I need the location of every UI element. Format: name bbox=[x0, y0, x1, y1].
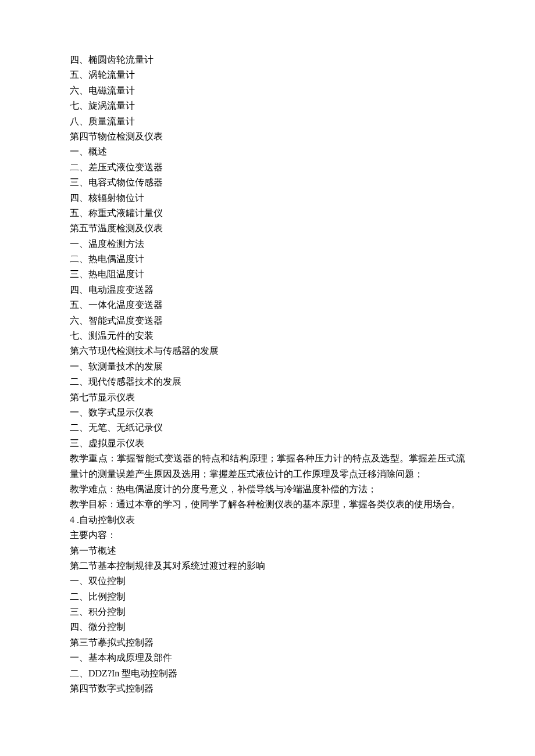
text-line: 六、电磁流量计 bbox=[70, 83, 465, 98]
text-line: 主要内容： bbox=[70, 528, 465, 543]
text-line: 三、虚拟显示仪表 bbox=[70, 436, 465, 451]
text-line: 四、椭圆齿轮流量计 bbox=[70, 52, 465, 67]
text-line: 第一节概述 bbox=[70, 543, 465, 558]
text-line: 一、软测量技术的发展 bbox=[70, 359, 465, 374]
text-line: 二、比例控制 bbox=[70, 589, 465, 604]
text-line: 三、热电阻温度计 bbox=[70, 267, 465, 282]
text-line: 四、电动温度变送器 bbox=[70, 282, 465, 298]
text-line: 二、无笔、无纸记录仪 bbox=[70, 420, 465, 435]
text-line: 第二节基本控制规律及其对系统过渡过程的影响 bbox=[70, 558, 465, 574]
text-line: 一、温度检测方法 bbox=[70, 237, 465, 252]
text-line: 三、积分控制 bbox=[70, 604, 465, 619]
text-line: 七、测温元件的安装 bbox=[70, 328, 465, 343]
text-line: 二、DDZ?In 型电动控制器 bbox=[70, 666, 465, 681]
text-line: 五、一体化温度变送器 bbox=[70, 298, 465, 313]
text-line: 教学难点：热电偶温度计的分度号意义，补偿导线与冷端温度补偿的方法； bbox=[70, 482, 465, 497]
text-line: 四、微分控制 bbox=[70, 619, 465, 635]
text-line: 二、差压式液位变送器 bbox=[70, 160, 465, 175]
text-line: 一、双位控制 bbox=[70, 574, 465, 589]
text-line: 五、涡轮流量计 bbox=[70, 67, 465, 83]
text-line: 第六节现代检测技术与传感器的发展 bbox=[70, 343, 465, 359]
text-line: 4 .自动控制仪表 bbox=[70, 513, 465, 528]
text-line: 三、电容式物位传感器 bbox=[70, 175, 465, 190]
text-line: 第三节摹拟式控制器 bbox=[70, 635, 465, 650]
text-line: 教学重点：掌握智能式变送器的特点和结构原理；掌握各种压力计的特点及选型。掌握差压… bbox=[70, 451, 465, 482]
text-line: 五、称重式液罐计量仪 bbox=[70, 206, 465, 221]
text-line: 第五节温度检测及仪表 bbox=[70, 221, 465, 236]
text-line: 第七节显示仪表 bbox=[70, 390, 465, 405]
text-line: 第四节物位检测及仪表 bbox=[70, 129, 465, 144]
text-line: 一、基本构成原理及部件 bbox=[70, 650, 465, 665]
text-line: 七、旋涡流量计 bbox=[70, 98, 465, 113]
text-line: 四、核辐射物位计 bbox=[70, 191, 465, 206]
text-line: 八、质量流量计 bbox=[70, 114, 465, 129]
text-line: 教学目标：通过本章的学习，使同学了解各种检测仪表的基本原理，掌握各类仪表的使用场… bbox=[70, 497, 465, 512]
text-line: 第四节数字式控制器 bbox=[70, 681, 465, 696]
text-line: 六、智能式温度变送器 bbox=[70, 313, 465, 328]
document-page: 四、椭圆齿轮流量计 五、涡轮流量计 六、电磁流量计 七、旋涡流量计 八、质量流量… bbox=[0, 0, 535, 756]
text-line: 二、现代传感器技术的发展 bbox=[70, 374, 465, 389]
text-line: 二、热电偶温度计 bbox=[70, 252, 465, 267]
text-line: 一、数字式显示仪表 bbox=[70, 405, 465, 420]
text-line: 一、概述 bbox=[70, 144, 465, 159]
